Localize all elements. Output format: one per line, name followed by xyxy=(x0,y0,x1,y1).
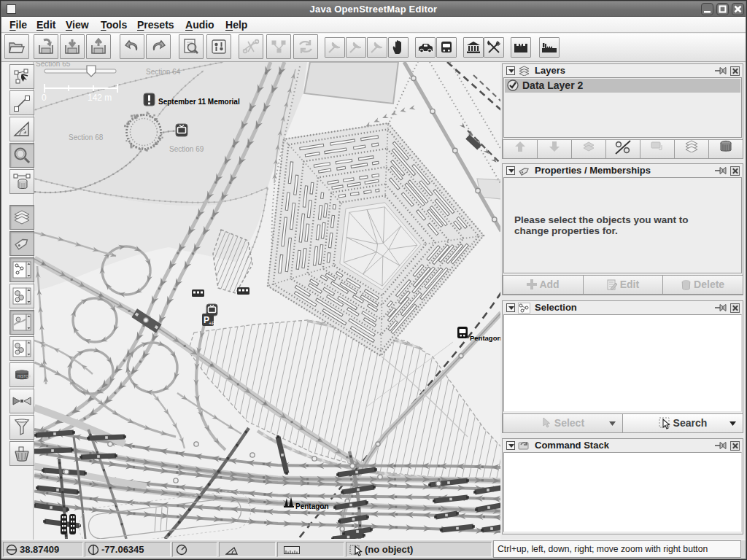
svg-text:+R: +R xyxy=(209,321,215,326)
svg-text:Section 68: Section 68 xyxy=(69,133,104,141)
svg-text:Section 65: Section 65 xyxy=(36,62,71,68)
svg-text:Section 69: Section 69 xyxy=(169,145,204,153)
svg-text:HISTORY: HISTORY xyxy=(18,374,31,378)
svg-text:Section 64: Section 64 xyxy=(146,68,181,76)
svg-text:Pentagon: Pentagon xyxy=(295,502,329,510)
svg-text:Pentagon: Pentagon xyxy=(470,334,500,342)
svg-text:September 11 Memorial: September 11 Memorial xyxy=(158,98,240,106)
svg-text:0: 0 xyxy=(42,93,47,103)
svg-text:142 m: 142 m xyxy=(88,93,112,103)
